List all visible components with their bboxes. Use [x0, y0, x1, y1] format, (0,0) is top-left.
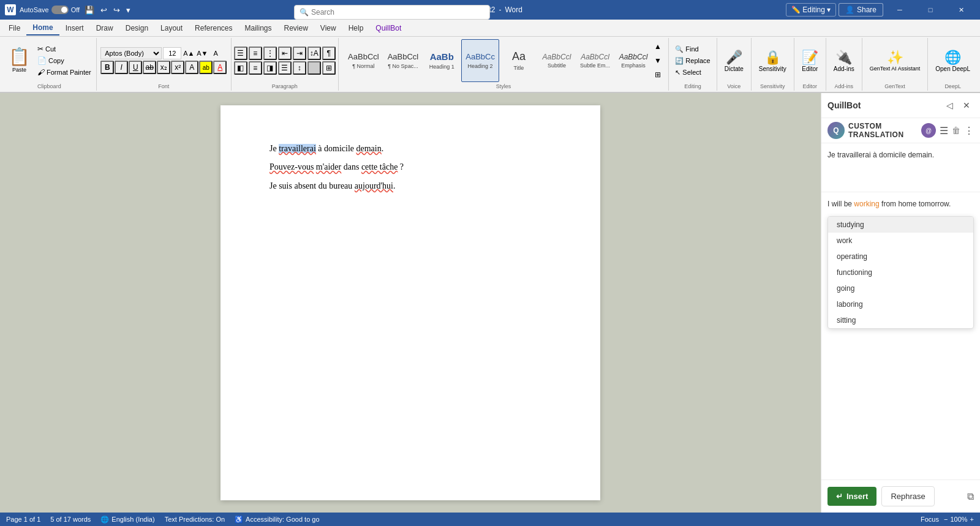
panel-collapse-icon[interactable]: ◁	[942, 98, 957, 113]
language-status[interactable]: 🌐 English (India)	[100, 516, 154, 524]
save-icon[interactable]: 💾	[83, 4, 96, 16]
italic-button[interactable]: I	[115, 61, 128, 74]
clear-formatting-button[interactable]: A	[209, 47, 222, 59]
tab-view[interactable]: View	[314, 21, 342, 35]
borders-button[interactable]: ⊞	[322, 61, 336, 75]
close-button[interactable]: ✕	[947, 0, 975, 20]
search-input[interactable]	[311, 8, 484, 17]
synonym-studying[interactable]: studying	[828, 217, 973, 233]
styles-down-arrow[interactable]: ▼	[654, 56, 662, 65]
share-button[interactable]: 👤 Share	[839, 3, 883, 17]
style-subtitle[interactable]: AaBbCcl Subtitle	[538, 39, 575, 82]
document-area[interactable]: Je travaillerai à domicile demain. Pouve…	[0, 93, 821, 513]
bold-button[interactable]: B	[100, 61, 114, 74]
dictate-button[interactable]: 🎤 Dictate	[720, 47, 748, 75]
font-decrease-button[interactable]: A▼	[196, 47, 208, 59]
panel-menu-icon[interactable]: ☰	[940, 125, 948, 137]
numbering-button[interactable]: ≡	[249, 47, 262, 60]
styles-up-arrow[interactable]: ▲	[654, 42, 662, 51]
zoom-out-button[interactable]: −	[944, 516, 948, 523]
accessibility-status[interactable]: ♿ Accessibility: Good to go	[235, 516, 319, 524]
shading-button[interactable]	[307, 61, 321, 75]
styles-expand-icon[interactable]: ⊞	[655, 70, 661, 79]
panel-close-icon[interactable]: ✕	[959, 98, 974, 113]
synonym-operating[interactable]: operating	[828, 249, 973, 265]
panel-input-area[interactable]: Je travaillerai à domicile demain.	[821, 143, 980, 192]
quick-access-more-icon[interactable]: ▾	[125, 4, 132, 16]
copy-result-button[interactable]: ⧉	[967, 491, 974, 502]
style-no-space[interactable]: AaBbCcl ¶ No Spac...	[384, 39, 423, 82]
synonym-functioning[interactable]: functioning	[828, 265, 973, 280]
copy-button[interactable]: 📄 Copy	[35, 55, 94, 66]
paste-button[interactable]: 📋 Paste	[5, 46, 34, 75]
maximize-button[interactable]: □	[916, 0, 944, 20]
styles-scroll-arrows[interactable]: ▲ ▼ ⊞	[653, 39, 663, 82]
tab-review[interactable]: Review	[278, 21, 314, 35]
tab-layout[interactable]: Layout	[154, 21, 189, 35]
show-formatting-button[interactable]: ¶	[322, 47, 336, 60]
panel-delete-icon[interactable]: 🗑	[952, 126, 960, 135]
focus-label[interactable]: Focus	[921, 516, 939, 523]
insert-button[interactable]: ↵ Insert	[827, 487, 876, 506]
word-count[interactable]: 5 of 17 words	[50, 516, 91, 523]
document-page[interactable]: Je travaillerai à domicile demain. Pouve…	[221, 105, 600, 500]
multilevel-button[interactable]: ⋮	[263, 47, 277, 60]
font-color-button[interactable]: A	[213, 61, 227, 74]
opendeep-button[interactable]: 🌐 Open DeepL	[930, 47, 975, 75]
strikethrough-button[interactable]: ab	[143, 61, 156, 74]
text-highlight-button[interactable]: ab	[199, 61, 213, 74]
sort-button[interactable]: ↕A	[307, 47, 321, 60]
text-effects-button[interactable]: A	[185, 61, 198, 74]
line-spacing-button[interactable]: ↕	[293, 61, 306, 75]
cut-button[interactable]: ✂ Cut	[35, 43, 94, 54]
minimize-button[interactable]: ─	[886, 0, 914, 20]
panel-more-icon[interactable]: ⋮	[964, 125, 974, 137]
style-heading2[interactable]: AaBbCc Heading 2	[461, 39, 499, 82]
decrease-indent-button[interactable]: ⇤	[278, 47, 292, 60]
tab-mailings[interactable]: Mailings	[238, 21, 277, 35]
tab-draw[interactable]: Draw	[90, 21, 119, 35]
select-button[interactable]: ↖ Select	[671, 67, 714, 78]
subscript-button[interactable]: x₂	[157, 61, 170, 74]
undo-icon[interactable]: ↩	[99, 4, 108, 16]
font-size-input[interactable]	[163, 47, 181, 59]
align-right-button[interactable]: ◨	[263, 61, 277, 75]
zoom-in-button[interactable]: +	[970, 516, 974, 523]
align-left-button[interactable]: ◧	[234, 61, 247, 75]
gentext-button[interactable]: ✨ GenText AI Assistant	[865, 47, 925, 74]
replace-button[interactable]: 🔄 Replace	[671, 56, 714, 66]
editing-button[interactable]: ✏️ Editing ▾	[786, 3, 836, 17]
increase-indent-button[interactable]: ⇥	[293, 47, 306, 60]
autosave-toggle[interactable]	[51, 6, 69, 14]
editor-button[interactable]: 📝 Editor	[797, 47, 823, 75]
font-name-select[interactable]: Aptos (Body)	[100, 47, 162, 59]
synonym-sitting[interactable]: sitting	[828, 312, 973, 328]
tab-design[interactable]: Design	[119, 21, 154, 35]
redo-icon[interactable]: ↪	[112, 4, 121, 16]
style-subtle-em[interactable]: AaBbCcl Subtle Em...	[576, 39, 614, 82]
synonym-going[interactable]: going	[828, 280, 973, 296]
tab-references[interactable]: References	[189, 21, 238, 35]
text-predictions[interactable]: Text Predictions: On	[165, 516, 225, 523]
style-heading1[interactable]: AaBb Heading 1	[423, 39, 460, 82]
synonym-laboring[interactable]: laboring	[828, 296, 973, 312]
superscript-button[interactable]: x²	[171, 61, 184, 74]
justify-button[interactable]: ☰	[278, 61, 292, 75]
tab-insert[interactable]: Insert	[59, 21, 90, 35]
format-painter-button[interactable]: 🖌 Format Painter	[35, 67, 94, 78]
bullets-button[interactable]: ☰	[234, 47, 247, 60]
align-center-button[interactable]: ≡	[249, 61, 262, 75]
style-emphasis[interactable]: AaBbCcl Emphasis	[615, 39, 652, 82]
tab-help[interactable]: Help	[342, 21, 370, 35]
find-button[interactable]: 🔍 Find	[671, 44, 714, 54]
tab-quillbot[interactable]: QuillBot	[369, 21, 407, 35]
tab-home[interactable]: Home	[26, 21, 59, 36]
sensitivity-button[interactable]: 🔒 Sensitivity	[754, 47, 791, 75]
synonym-work[interactable]: work	[828, 233, 973, 249]
addins-button[interactable]: 🔌 Add-ins	[829, 47, 859, 75]
style-normal[interactable]: AaBbCcl ¶ Normal	[344, 39, 383, 82]
tab-file[interactable]: File	[2, 21, 26, 35]
rephrase-button[interactable]: Rephrase	[881, 486, 934, 506]
font-increase-button[interactable]: A▲	[183, 47, 195, 59]
style-title[interactable]: Aa Title	[500, 39, 537, 82]
